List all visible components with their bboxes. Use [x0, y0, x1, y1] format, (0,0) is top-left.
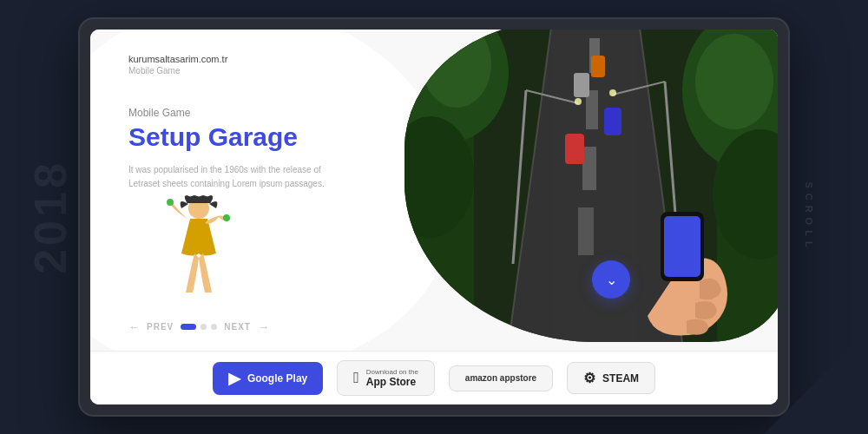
- google-play-button[interactable]: ▶ Google Play: [213, 362, 323, 395]
- laptop-frame: kurumsaltasarim.com.tr Mobile Game Mobil…: [78, 17, 790, 417]
- scroll-label: SCROLL: [803, 181, 813, 252]
- svg-rect-26: [664, 216, 700, 277]
- main-area: kurumsaltasarim.com.tr Mobile Game Mobil…: [90, 30, 778, 351]
- svg-point-21: [575, 98, 582, 105]
- site-url: kurumsaltasarim.com.tr: [128, 54, 389, 64]
- svg-rect-17: [574, 73, 589, 97]
- next-arrow-icon[interactable]: →: [258, 320, 269, 333]
- svg-rect-16: [604, 108, 621, 135]
- google-play-label: Google Play: [247, 372, 307, 385]
- amazon-label: amazon appstore: [465, 373, 536, 384]
- store-bar: ▶ Google Play  Download on the App Stor…: [90, 351, 778, 404]
- steam-label: STEAM: [602, 372, 639, 385]
- app-store-text: Download on the App Store: [366, 368, 418, 389]
- svg-rect-18: [591, 56, 605, 77]
- svg-rect-11: [582, 147, 596, 190]
- dot-2: [201, 324, 207, 330]
- chevron-down-icon: ⌄: [606, 272, 617, 288]
- play-icon: ▶: [228, 369, 240, 388]
- prev-label[interactable]: PREV: [147, 322, 174, 332]
- svg-point-29: [223, 214, 230, 221]
- scroll-down-button[interactable]: ⌄: [592, 260, 630, 299]
- steam-button[interactable]: ⚙ STEAM: [567, 362, 655, 394]
- road-scene: [404, 30, 778, 342]
- right-image-area: [404, 30, 778, 342]
- year-label: 2018: [24, 160, 76, 274]
- app-store-label: App Store: [366, 376, 418, 388]
- dancer-figure: [160, 193, 238, 297]
- app-store-button[interactable]:  Download on the App Store: [337, 360, 435, 397]
- next-label[interactable]: NEXT: [224, 322, 251, 332]
- svg-rect-12: [578, 207, 594, 255]
- laptop-screen: kurumsaltasarim.com.tr Mobile Game Mobil…: [90, 30, 778, 404]
- svg-point-8: [695, 34, 773, 129]
- svg-point-28: [167, 199, 174, 206]
- app-store-sub: Download on the: [366, 368, 418, 377]
- site-content: kurumsaltasarim.com.tr Mobile Game Mobil…: [90, 30, 778, 404]
- amazon-text: amazon appstore: [465, 373, 536, 384]
- dot-1: [181, 324, 196, 330]
- dot-3: [211, 324, 217, 330]
- navigation-row: ← PREV NEXT →: [128, 320, 389, 333]
- triangle-decoration: [764, 330, 868, 434]
- prev-arrow-icon[interactable]: ←: [128, 320, 140, 333]
- svg-point-24: [609, 89, 616, 96]
- project-description: It was popularised in the 1960s with the…: [128, 163, 337, 191]
- svg-rect-15: [565, 134, 584, 164]
- apple-icon: : [353, 369, 359, 387]
- left-content: kurumsaltasarim.com.tr Mobile Game Mobil…: [90, 30, 420, 351]
- project-type: Mobile Game: [128, 107, 389, 119]
- nav-dots: [181, 324, 217, 330]
- site-category: Mobile Game: [128, 66, 389, 76]
- steam-icon: ⚙: [583, 370, 595, 386]
- project-title: Setup Garage: [128, 122, 389, 151]
- amazon-appstore-button[interactable]: amazon appstore: [449, 365, 553, 391]
